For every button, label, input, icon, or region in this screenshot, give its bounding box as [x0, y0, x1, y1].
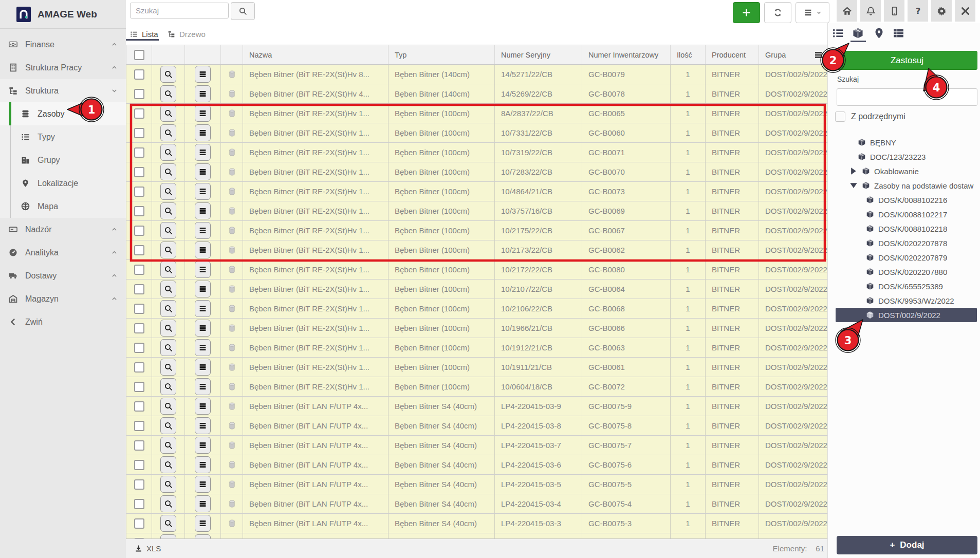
- sidebar-item-finanse[interactable]: Finanse: [0, 33, 126, 56]
- table-row[interactable]: Bęben Bitner (BiT RE-2X(St)Hv 1...Bęben …: [126, 240, 827, 260]
- row-actions-button[interactable]: [195, 437, 211, 454]
- col-typ[interactable]: Typ: [389, 45, 495, 64]
- row-checkbox[interactable]: [134, 479, 144, 490]
- table-row[interactable]: Bęben Bitner (BiT RE-2X(St)Hv 1...Bęben …: [126, 260, 827, 280]
- row-preview-button[interactable]: [160, 417, 176, 434]
- table-row[interactable]: Bęben Bitner (BiT RE-2X(St)Hv 1...Bęben …: [126, 299, 827, 319]
- row-preview-button[interactable]: [160, 66, 176, 83]
- col-producent[interactable]: Producent: [706, 45, 759, 64]
- row-preview-button[interactable]: [160, 495, 176, 512]
- with-children-option[interactable]: Z podrzędnymi: [835, 111, 905, 122]
- table-row[interactable]: Bęben Bitner (BiT RE-2X(St)Hv 1...Bęben …: [126, 338, 827, 358]
- row-checkbox[interactable]: [134, 343, 144, 353]
- with-children-checkbox[interactable]: [835, 111, 845, 122]
- row-actions-button[interactable]: [195, 417, 211, 434]
- export-xls-button[interactable]: XLS: [135, 544, 161, 553]
- row-preview-button[interactable]: [160, 476, 176, 493]
- table-row[interactable]: Bęben Bitner (BiT RE-2X(St)Hv 1...Bęben …: [126, 319, 827, 338]
- row-preview-button[interactable]: [160, 124, 176, 141]
- row-checkbox[interactable]: [134, 382, 144, 392]
- row-preview-button[interactable]: [160, 437, 176, 454]
- tree-item-bębny[interactable]: BĘBNY: [828, 135, 980, 150]
- row-preview-button[interactable]: [160, 281, 176, 297]
- row-actions-button[interactable]: [195, 124, 211, 141]
- row-checkbox[interactable]: [134, 167, 144, 177]
- row-checkbox[interactable]: [134, 128, 144, 138]
- table-row[interactable]: Bęben Bitner (BiT LAN F/UTP 4x...Bęben B…: [126, 397, 827, 416]
- panel-list-icon[interactable]: [832, 27, 844, 39]
- sidebar-item-typy[interactable]: Typy: [0, 125, 126, 148]
- row-checkbox[interactable]: [134, 304, 144, 314]
- select-all-checkbox[interactable]: [134, 50, 144, 60]
- row-actions-button[interactable]: [195, 359, 211, 376]
- row-preview-button[interactable]: [160, 300, 176, 317]
- row-checkbox[interactable]: [134, 421, 144, 431]
- tab-lista[interactable]: Lista: [130, 28, 158, 40]
- col-numer-inwentarzowy[interactable]: Numer Inwentarzowy: [582, 45, 671, 64]
- panel-search-input[interactable]: [837, 88, 977, 106]
- row-actions-button[interactable]: [195, 300, 211, 317]
- row-actions-button[interactable]: [195, 281, 211, 297]
- table-row[interactable]: Bęben Bitner (BiT LAN F/UTP 4x...Bęben B…: [126, 416, 827, 436]
- row-preview-button[interactable]: [160, 183, 176, 200]
- row-preview-button[interactable]: [160, 515, 176, 532]
- row-checkbox[interactable]: [134, 245, 144, 255]
- tree-item-dos-k-0088102218[interactable]: DOS/K/0088102218: [828, 221, 980, 236]
- row-checkbox[interactable]: [134, 226, 144, 236]
- tree-item-dos-k-655525389[interactable]: DOS/K/655525389: [828, 279, 980, 293]
- row-checkbox[interactable]: [134, 187, 144, 197]
- row-checkbox[interactable]: [134, 265, 144, 275]
- sidebar-item-analityka[interactable]: Analityka: [0, 241, 126, 264]
- row-preview-button[interactable]: [160, 202, 176, 219]
- caret-down-icon[interactable]: [849, 181, 858, 190]
- menu-dropdown-button[interactable]: [796, 2, 829, 23]
- sidebar-item-magazyn[interactable]: Magazyn: [0, 287, 126, 310]
- search-input[interactable]: [130, 3, 229, 18]
- table-row[interactable]: Bęben Bitner (BiT LAN F/UTP 4x...Bęben B…: [126, 514, 827, 533]
- tree-item-dost-002-9-2022[interactable]: DOST/002/9/2022: [828, 308, 980, 322]
- tab-drzewo[interactable]: Drzewo: [168, 28, 206, 40]
- row-actions-button[interactable]: [195, 534, 211, 538]
- row-preview-button[interactable]: [160, 359, 176, 376]
- table-row[interactable]: Bęben Bitner (BiT LAN F/UTP 4x...Bęben B…: [126, 436, 827, 455]
- row-actions-button[interactable]: [195, 241, 211, 258]
- table-row[interactable]: Bęben Bitner (BiT RE-2X(St)Hv 1...Bęben …: [126, 221, 827, 240]
- row-preview-button[interactable]: [160, 320, 176, 337]
- table-row[interactable]: [126, 533, 827, 538]
- row-actions-button[interactable]: [195, 495, 211, 512]
- row-checkbox[interactable]: [134, 323, 144, 333]
- row-checkbox[interactable]: [134, 147, 144, 158]
- tree-item-dos-k-9953-wz-2022[interactable]: DOS/K/9953/Wz/2022: [828, 293, 980, 308]
- tree-item-dos-k-0088102216[interactable]: DOS/K/0088102216: [828, 193, 980, 207]
- row-preview-button[interactable]: [160, 85, 176, 102]
- sidebar-item-mapa[interactable]: Mapa: [0, 195, 126, 218]
- sidebar-item-zasoby[interactable]: Zasoby: [0, 102, 126, 125]
- table-row[interactable]: Bęben Bitner (BiT RE-2X(St)Hv 4...Bęben …: [126, 84, 827, 104]
- row-actions-button[interactable]: [195, 183, 211, 200]
- row-preview-button[interactable]: [160, 398, 176, 415]
- table-row[interactable]: Bęben Bitner (BiT RE-2X(St)Hv 1...Bęben …: [126, 280, 827, 299]
- row-preview-button[interactable]: [160, 163, 176, 180]
- tree-item-dos-k-0202207878[interactable]: DOS/K/0202207878: [828, 236, 980, 250]
- row-checkbox[interactable]: [134, 206, 144, 216]
- sidebar-item-lokalizacje[interactable]: Lokalizacje: [0, 172, 126, 195]
- table-row[interactable]: Bęben Bitner (BiT RE-2X(St)Hv 1...Bęben …: [126, 104, 827, 123]
- row-checkbox[interactable]: [134, 460, 144, 470]
- row-checkbox[interactable]: [134, 284, 144, 294]
- row-checkbox[interactable]: [134, 401, 144, 412]
- row-actions-button[interactable]: [195, 320, 211, 337]
- col-ilosc[interactable]: Ilość: [671, 45, 706, 64]
- col-numer-seryjny[interactable]: Numer Seryjny: [495, 45, 582, 64]
- apply-button[interactable]: Zastosuj: [837, 51, 977, 70]
- row-actions-button[interactable]: [195, 378, 211, 395]
- panel-locations-pin-icon[interactable]: [873, 27, 885, 39]
- row-actions-button[interactable]: [195, 456, 211, 473]
- table-row[interactable]: Bęben Bitner (BiT RE-2X(St)Hv 1...Bęben …: [126, 377, 827, 397]
- tree-item-doc-123-23223[interactable]: DOC/123/23223: [828, 150, 980, 164]
- row-preview-button[interactable]: [160, 144, 176, 161]
- row-preview-button[interactable]: [160, 378, 176, 395]
- table-row[interactable]: Bęben Bitner (BiT RE-2X(St)Hv 1...Bęben …: [126, 123, 827, 143]
- sidebar-item-zwiń[interactable]: Zwiń: [0, 310, 126, 333]
- tree-item-dos-k-0088102217[interactable]: DOS/K/0088102217: [828, 207, 980, 221]
- row-checkbox[interactable]: [134, 499, 144, 509]
